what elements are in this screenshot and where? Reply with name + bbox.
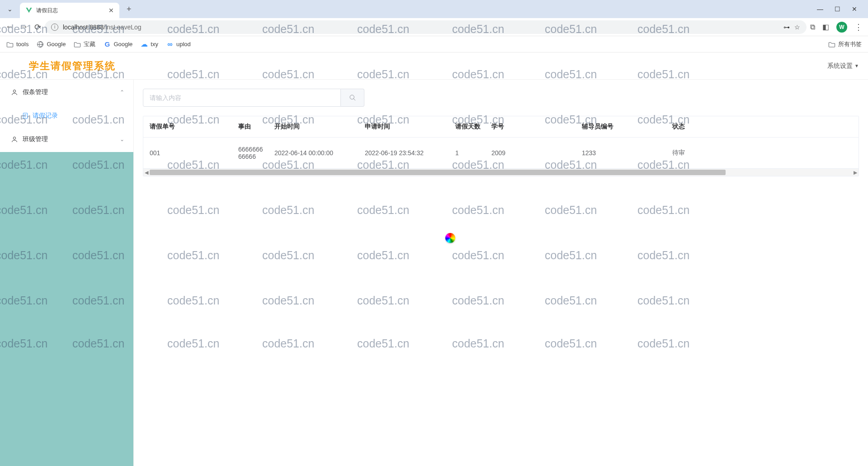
bookmark-star-icon[interactable]: ☆ — [794, 24, 800, 31]
chevron-down-icon: ⌄ — [120, 136, 124, 143]
bookmark-label: tools — [16, 41, 28, 48]
th-id: 请假单号 — [143, 116, 234, 138]
bookmark-uplod[interactable]: ∞uplod — [166, 41, 191, 48]
close-window-button[interactable]: ✕ — [850, 5, 859, 13]
minimize-button[interactable]: — — [816, 5, 825, 13]
bookmark-txy[interactable]: ☁txy — [141, 41, 158, 48]
color-wheel-icon — [445, 233, 455, 243]
menu-leave-management[interactable]: 假条管理 ⌃ — [0, 80, 133, 105]
url-text: localhost:8888/insLeaveLog — [63, 24, 779, 31]
system-settings-dropdown[interactable]: 系统设置 ▼ — [827, 62, 859, 70]
user-icon — [11, 136, 18, 143]
bookmark-label: txy — [151, 41, 158, 48]
table-row[interactable]: 001 666666666666 2022-06-14 00:00:00 202… — [143, 138, 859, 169]
cell-reason: 666666666666 — [234, 138, 270, 169]
th-sno: 学号 — [487, 116, 577, 138]
window-controls: — ☐ ✕ — [810, 5, 864, 13]
bookmarks-bar: tools Google 宝藏 GGoogle ☁txy ∞uplod 所有书签 — [0, 36, 868, 52]
bookmark-label: Google — [47, 41, 66, 48]
vue-favicon-icon — [25, 7, 33, 14]
system-settings-label: 系统设置 — [827, 62, 853, 70]
submenu-leave-log[interactable]: 请假记录 — [0, 105, 133, 127]
cell-sno: 2009 — [487, 138, 577, 169]
menu-label: 假条管理 — [23, 88, 48, 96]
svg-point-5 — [13, 137, 15, 139]
url-path: /insLeaveLog — [104, 24, 141, 31]
cell-start: 2022-06-14 00:00:00 — [270, 138, 360, 169]
user-icon — [11, 89, 18, 96]
tab-search-button[interactable]: ⌄ — [4, 4, 16, 14]
search-input[interactable] — [143, 89, 341, 107]
chevron-down-icon: ▼ — [854, 63, 859, 68]
th-apply: 申请时间 — [360, 116, 451, 138]
bookmark-label: 所有书签 — [838, 40, 862, 48]
maximize-button[interactable]: ☐ — [833, 5, 842, 13]
th-status: 状态 — [668, 116, 859, 138]
cell-counselor: 1233 — [577, 138, 668, 169]
search-button[interactable] — [341, 89, 364, 107]
side-panel-icon[interactable]: ◧ — [822, 23, 829, 31]
forward-button[interactable]: → — [20, 22, 28, 32]
table-container: 请假单号 事由 开始时间 申请时间 请假天数 学号 辅导员编号 状态 001 6… — [143, 116, 859, 176]
google-g-icon: G — [104, 41, 111, 48]
chevron-up-icon: ⌃ — [120, 89, 124, 95]
close-tab-icon[interactable]: ✕ — [108, 7, 114, 14]
horizontal-scrollbar[interactable]: ◀ ▶ — [143, 169, 859, 176]
menu-class-management[interactable]: 班级管理 ⌄ — [0, 127, 133, 152]
password-key-icon[interactable]: ⊶ — [783, 24, 790, 31]
app-header: 学生请假管理系统 系统设置 ▼ — [0, 52, 868, 80]
cloud-icon: ☁ — [141, 41, 148, 48]
document-icon — [22, 112, 29, 119]
infinity-icon: ∞ — [166, 41, 174, 48]
main-content: 请假单号 事由 开始时间 申请时间 请假天数 学号 辅导员编号 状态 001 6… — [134, 80, 868, 466]
bookmark-baozang[interactable]: 宝藏 — [74, 40, 95, 48]
th-reason: 事由 — [234, 116, 270, 138]
th-days: 请假天数 — [451, 116, 487, 138]
menu-label: 班级管理 — [23, 135, 48, 143]
address-bar-row: ← → ⟳ i localhost:8888/insLeaveLog ⊶ ☆ ⧉… — [0, 18, 868, 36]
reload-button[interactable]: ⟳ — [34, 22, 41, 32]
sidebar: 假条管理 ⌃ 请假记录 班级管理 ⌄ — [0, 80, 134, 466]
browser-tab[interactable]: 请假日志 ✕ — [20, 3, 119, 18]
back-button[interactable]: ← — [5, 22, 14, 32]
new-tab-button[interactable]: + — [123, 5, 135, 14]
th-start: 开始时间 — [270, 116, 360, 138]
th-counselor: 辅导员编号 — [577, 116, 668, 138]
bookmark-google-1[interactable]: Google — [37, 41, 66, 48]
browser-tab-strip: ⌄ 请假日志 ✕ + — ☐ ✕ — [0, 0, 868, 18]
cell-apply: 2022-06-19 23:54:32 — [360, 138, 451, 169]
app-title: 学生请假管理系统 — [9, 59, 116, 73]
bookmark-label: 宝藏 — [84, 40, 95, 48]
scroll-right-icon[interactable]: ▶ — [852, 170, 859, 176]
all-bookmarks-button[interactable]: 所有书签 — [828, 40, 862, 48]
scroll-left-icon[interactable]: ◀ — [143, 170, 150, 176]
svg-line-7 — [354, 99, 355, 100]
globe-icon — [37, 41, 43, 48]
bookmark-label: uplod — [176, 41, 191, 48]
bookmark-tools[interactable]: tools — [6, 41, 28, 48]
browser-menu-icon[interactable]: ⋮ — [854, 22, 863, 32]
tab-title: 请假日志 — [36, 7, 105, 14]
table-header-row: 请假单号 事由 开始时间 申请时间 请假天数 学号 辅导员编号 状态 — [143, 116, 859, 138]
bookmark-label: Google — [113, 41, 132, 48]
cell-status: 待审 — [668, 138, 859, 169]
submenu-label: 请假记录 — [33, 112, 58, 120]
extensions-icon[interactable]: ⧉ — [810, 23, 815, 31]
address-bar[interactable]: i localhost:8888/insLeaveLog ⊶ ☆ — [45, 20, 807, 34]
svg-point-0 — [13, 90, 15, 92]
search-icon — [349, 94, 356, 101]
leave-table: 请假单号 事由 开始时间 申请时间 请假天数 学号 辅导员编号 状态 001 6… — [143, 116, 859, 169]
cell-days: 1 — [451, 138, 487, 169]
cell-id: 001 — [143, 138, 234, 169]
bookmark-google-2[interactable]: GGoogle — [104, 41, 132, 48]
scrollbar-thumb[interactable] — [150, 170, 726, 175]
profile-avatar[interactable]: W — [836, 22, 847, 33]
svg-point-6 — [350, 95, 354, 99]
url-host: localhost:8888 — [63, 24, 104, 31]
site-info-icon[interactable]: i — [51, 24, 58, 31]
